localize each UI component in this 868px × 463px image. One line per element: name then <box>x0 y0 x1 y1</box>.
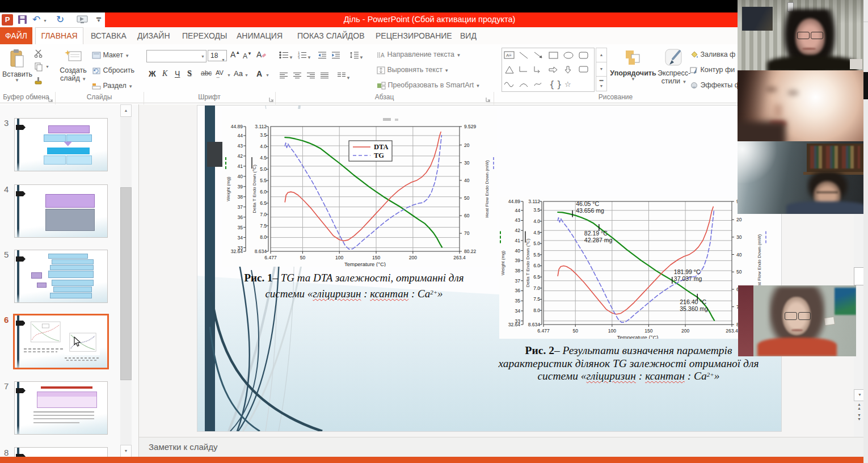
svg-text:35: 35 <box>515 298 521 304</box>
copy-dropdown[interactable]: ▼ <box>45 65 49 69</box>
tab-file[interactable]: ФАЙЛ <box>0 27 32 44</box>
font-color-button[interactable]: А <box>256 69 262 78</box>
underline-button[interactable]: Ч <box>175 69 180 78</box>
tab-design[interactable]: ДИЗАЙН <box>137 27 170 44</box>
align-right-button[interactable] <box>306 71 315 82</box>
numbering-button[interactable]: 123▼ <box>297 51 311 61</box>
tab-home[interactable]: ГЛАВНАЯ <box>35 27 83 44</box>
italic-button[interactable]: К <box>162 69 167 78</box>
change-case-dropdown[interactable]: ▼ <box>245 73 248 77</box>
previous-slide-button[interactable]: ▲▲ <box>855 402 863 410</box>
svg-text:44.89: 44.89 <box>231 124 243 129</box>
reset-button[interactable]: Сбросить <box>92 66 134 74</box>
slide-thumbnail-8[interactable] <box>14 447 108 457</box>
svg-text:37: 37 <box>515 278 521 284</box>
strikethrough-button[interactable]: abc <box>201 69 212 77</box>
qat-customize-button[interactable]: ▬▼ <box>96 16 101 23</box>
change-case-button[interactable]: Aa <box>234 69 243 78</box>
start-slideshow-button[interactable] <box>77 15 88 26</box>
shape-fill-button[interactable]: Заливка ф <box>690 50 735 58</box>
svg-text:41: 41 <box>238 163 243 169</box>
text-shadow-button[interactable]: S <box>187 69 192 78</box>
shapes-more-button[interactable]: ▬▼ <box>596 76 607 91</box>
notes-placeholder[interactable]: Заметки к слайду <box>149 442 218 452</box>
quick-styles-button[interactable]: Экспресс- стили ▼ <box>656 48 692 100</box>
panel-scroll-thumb[interactable] <box>120 187 132 380</box>
window-title: Діль - PowerPoint (Сбой активации продук… <box>259 12 600 27</box>
align-left-button[interactable] <box>279 71 288 82</box>
align-text-button[interactable]: Выровнять текст ▼ <box>377 66 449 74</box>
new-slide-icon <box>64 49 82 64</box>
webcam-tile-1[interactable] <box>738 0 863 70</box>
columns-button[interactable]: ▼ <box>337 71 351 82</box>
shape-effects-button[interactable]: Эффекты ф <box>690 81 740 89</box>
redo-button[interactable]: ↻ <box>56 14 64 26</box>
clear-formatting-button[interactable]: А <box>256 50 267 59</box>
increase-indent-button[interactable] <box>331 51 340 61</box>
svg-text:8.0: 8.0 <box>533 308 540 313</box>
tab-animations[interactable]: АНИМАЦИЯ <box>237 27 283 44</box>
svg-text:46.05 °C: 46.05 °C <box>576 200 599 207</box>
tab-review[interactable]: РЕЦЕНЗИРОВАНИЕ <box>376 27 452 44</box>
copy-button[interactable] <box>34 62 43 74</box>
font-size-combobox[interactable]: 18▼ <box>208 50 227 61</box>
svg-text:20: 20 <box>736 217 742 222</box>
font-group-label: Шрифт <box>144 93 275 101</box>
slide-thumbnail-3[interactable] <box>14 118 108 171</box>
svg-text:5.0: 5.0 <box>533 241 540 246</box>
panel-scrollbar[interactable]: ▲ ▼ <box>120 104 132 457</box>
svg-text:80.22: 80.22 <box>464 249 477 254</box>
shapes-scroll-up[interactable]: ▲ <box>596 48 607 63</box>
webcam-tile-2[interactable] <box>738 70 863 141</box>
quick-styles-icon <box>664 48 684 67</box>
svg-text:100: 100 <box>335 255 343 260</box>
tab-insert[interactable]: ВСТАВКА <box>91 27 127 44</box>
panel-scroll-down-button[interactable]: ▼ <box>120 445 132 457</box>
shapes-gallery[interactable]: A≡ {}☆ <box>502 48 595 92</box>
bullets-button[interactable]: ▼ <box>279 51 293 61</box>
text-direction-button[interactable]: А Направление текста ▼ <box>377 50 461 59</box>
grow-font-button[interactable]: А▲ <box>230 50 240 59</box>
character-spacing-dropdown[interactable]: ▼ <box>227 73 231 77</box>
powerpoint-logo-icon[interactable]: P <box>2 14 13 26</box>
shape-outline-button[interactable]: Контур фи <box>690 66 735 74</box>
slide-thumbnail-4[interactable] <box>14 184 108 238</box>
line-spacing-button[interactable]: ▼ <box>349 51 364 61</box>
character-spacing-button[interactable]: AV↔ <box>216 69 224 83</box>
undo-button[interactable]: ↶ <box>32 14 40 26</box>
save-button[interactable] <box>18 15 27 27</box>
next-slide-button[interactable]: ▼▼ <box>855 413 863 421</box>
decrease-indent-button[interactable] <box>318 51 327 61</box>
tab-transitions[interactable]: ПЕРЕХОДЫ <box>182 27 227 44</box>
webcam-tile-3[interactable] <box>738 141 863 214</box>
slide-thumbnail-6[interactable] <box>13 314 109 369</box>
font-name-combobox[interactable]: ▼ <box>146 50 207 62</box>
svg-text:4.0: 4.0 <box>260 144 267 149</box>
new-slide-button[interactable]: Создать слайд ▼ <box>57 48 90 100</box>
notes-bar[interactable]: Заметки к слайду <box>139 437 868 457</box>
cut-button[interactable] <box>34 49 43 60</box>
slides-group-label: Слайды <box>55 93 144 101</box>
webcam-tile-4[interactable] <box>738 285 856 356</box>
format-painter-button[interactable] <box>34 76 43 87</box>
section-button[interactable]: Раздел ▼ <box>92 82 133 90</box>
shrink-font-button[interactable]: А▼ <box>243 51 252 60</box>
arrange-button[interactable]: Упорядочить ▼ <box>607 48 659 100</box>
smartart-button[interactable]: Преобразовать в SmartArt ▼ <box>377 81 481 90</box>
tab-view[interactable]: ВИД <box>460 27 477 44</box>
align-center-button[interactable] <box>293 71 302 82</box>
slide-canvas[interactable]: 44.8944434241403938373635343332.643.1123… <box>197 106 781 431</box>
panel-scroll-up-button[interactable]: ▲ <box>120 104 132 117</box>
bold-button[interactable]: Ж <box>149 69 156 78</box>
svg-text:Temperature (°C): Temperature (°C) <box>344 261 386 267</box>
slide-thumbnail-5[interactable] <box>14 250 108 303</box>
font-color-dropdown[interactable]: ▼ <box>266 73 269 77</box>
justify-button[interactable] <box>320 71 329 82</box>
layout-button[interactable]: Макет ▼ <box>92 51 129 59</box>
paste-button[interactable]: Вставить ▼ <box>2 48 32 100</box>
slide-thumbnail-7[interactable] <box>14 381 108 435</box>
tab-slideshow[interactable]: ПОКАЗ СЛАЙДОВ <box>297 27 365 44</box>
svg-text:82.19 °C: 82.19 °C <box>584 230 608 237</box>
shapes-scroll-down[interactable]: ▼ <box>596 62 607 77</box>
undo-dropdown[interactable]: ▼ <box>43 19 47 23</box>
